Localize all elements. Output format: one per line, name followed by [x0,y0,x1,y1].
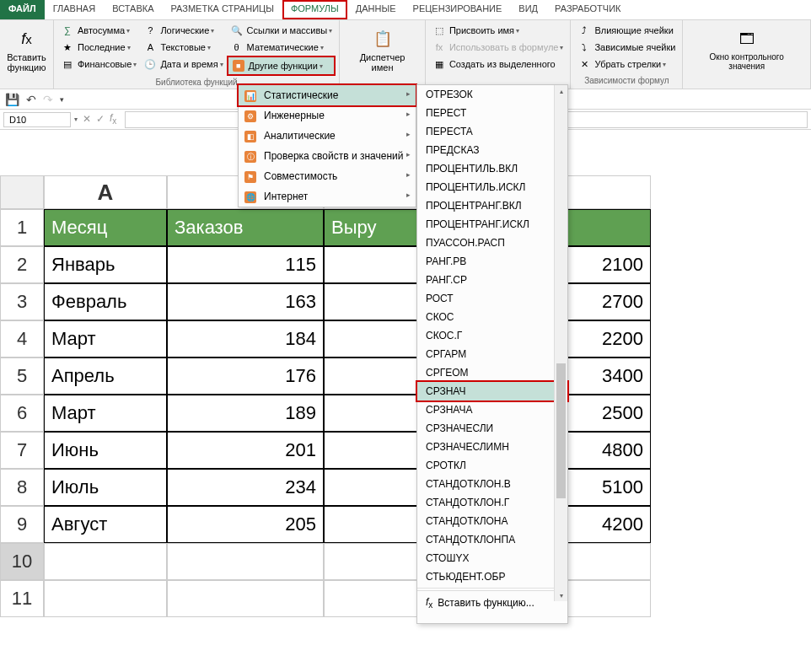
row-header[interactable]: 4 [0,320,44,358]
function-item[interactable]: СРОТКЛ [417,456,567,475]
row-header[interactable]: 7 [0,432,44,469]
trace-precedents-button[interactable]: ⤴Влияющие ячейки [574,22,679,39]
row-header[interactable]: 5 [0,358,44,395]
cell[interactable]: 234 [167,469,324,506]
function-item[interactable]: СТОШYX [417,549,567,567]
name-box[interactable]: D10 [3,112,71,127]
cell[interactable]: 184 [167,320,324,358]
function-item[interactable]: ПЕРЕСТ [417,104,567,122]
remove-arrows-button[interactable]: ✕Убрать стрелки▾ [574,56,679,73]
financial-button[interactable]: ▤Финансовые▾ [57,56,140,73]
row-header[interactable]: 11 [0,580,44,617]
menu-engineering[interactable]: ⚙ Инженерные ▸ [239,105,416,126]
cell[interactable]: Июнь [44,432,167,469]
function-item[interactable]: ОТРЕЗОК [417,85,567,104]
function-item[interactable]: РАНГ.РВ [417,252,567,271]
cell[interactable]: Заказов [167,209,324,246]
function-item[interactable]: ПРОЦЕНТРАНГ.ИСКЛ [417,215,567,234]
define-name-button[interactable]: ⬚Присвоить имя▾ [429,22,567,39]
function-item[interactable]: СКОС [417,308,567,326]
recent-button[interactable]: ★Последние▾ [57,39,140,56]
function-item[interactable]: СТЬЮДЕНТ.ОБР [417,567,567,586]
function-item[interactable]: СРЗНАЧЕСЛИМН [417,438,567,456]
cell[interactable]: Февраль [44,283,167,320]
tab-file[interactable]: ФАЙЛ [0,0,45,19]
scrollbar[interactable]: ▴ ▾ [554,85,567,601]
tab-developer[interactable]: РАЗРАБОТЧИК [546,0,629,19]
cell[interactable] [324,246,432,283]
function-item[interactable]: ПРОЦЕНТРАНГ.ВКЛ [417,196,567,215]
cell[interactable] [324,320,432,358]
cell[interactable]: Месяц [44,209,167,246]
math-button[interactable]: θМатематические▾ [227,39,336,56]
cell[interactable] [167,543,324,580]
cell[interactable] [324,432,432,469]
insert-function-button[interactable]: fx Вставить функцию [3,22,50,76]
function-item[interactable]: ПРОЦЕНТИЛЬ.ИСКЛ [417,178,567,196]
cell[interactable]: Август [44,506,167,543]
function-item[interactable]: СТАНДОТКЛОНА [417,512,567,530]
select-all-corner[interactable] [0,175,44,209]
watch-window-button[interactable]: 🗔 Окно контрольного значения [686,22,807,74]
qat-customize-icon[interactable]: ▾ [60,95,64,104]
tab-review[interactable]: РЕЦЕНЗИРОВАНИЕ [405,0,511,19]
tab-home[interactable]: ГЛАВНАЯ [45,0,104,19]
function-item[interactable]: ПЕРЕСТА [417,122,567,141]
trace-dependents-button[interactable]: ⤵Зависимые ячейки [574,39,679,56]
cell[interactable] [324,358,432,395]
function-item[interactable]: СРЗНАЧА [417,401,567,419]
save-icon[interactable]: 💾 [5,93,19,106]
function-item[interactable]: СКОС.Г [417,326,567,345]
cell[interactable] [324,469,432,506]
tab-formulas[interactable]: ФОРМУЛЫ [282,0,347,19]
cell[interactable] [44,580,167,617]
scroll-down-icon[interactable]: ▾ [555,589,567,601]
cell[interactable] [324,395,432,432]
cell[interactable]: Апрель [44,358,167,395]
cell[interactable]: 189 [167,395,324,432]
autosum-button[interactable]: ∑Автосумма▾ [57,22,140,39]
cell[interactable]: Март [44,320,167,358]
menu-compat[interactable]: ⚑ Совместимость ▸ [239,166,416,186]
function-item[interactable]: ПУАССОН.РАСП [417,234,567,252]
function-item[interactable]: СРГАРМ [417,345,567,363]
tab-view[interactable]: ВИД [510,0,546,19]
function-item[interactable]: СТАНДОТКЛОНПА [417,530,567,549]
text-button[interactable]: AТекстовые▾ [140,39,226,56]
undo-icon[interactable]: ↶ [26,93,36,106]
row-header[interactable]: 1 [0,209,44,246]
menu-analytical[interactable]: ◧ Аналитические ▸ [239,126,416,146]
scroll-up-icon[interactable]: ▴ [555,85,567,97]
row-header[interactable]: 9 [0,506,44,543]
cell[interactable]: 115 [167,246,324,283]
lookup-button[interactable]: 🔍Ссылки и массивы▾ [227,22,336,39]
scroll-thumb[interactable] [556,363,566,498]
cell[interactable] [324,506,432,543]
function-item[interactable]: ПРЕДСКАЗ [417,141,567,159]
cell[interactable] [324,283,432,320]
function-item[interactable]: ПРОЦЕНТИЛЬ.ВКЛ [417,159,567,178]
col-header-A[interactable]: A [44,175,167,209]
tab-insert[interactable]: ВСТАВКА [104,0,162,19]
cell[interactable]: Выру [324,209,432,246]
function-item[interactable]: СТАНДОТКЛОН.Г [417,493,567,512]
function-item[interactable]: РОСТ [417,289,567,308]
function-item[interactable]: СРЗНАЧЕСЛИ [417,419,567,438]
function-item[interactable]: СРЗНАЧ [417,382,567,401]
function-item[interactable]: СРГЕОМ [417,363,567,382]
cell[interactable]: 201 [167,432,324,469]
row-header[interactable]: 6 [0,395,44,432]
create-from-selection-button[interactable]: ▦Создать из выделенного [429,56,567,73]
cell[interactable]: Январь [44,246,167,283]
row-header[interactable]: 2 [0,246,44,283]
datetime-button[interactable]: 🕒Дата и время▾ [140,56,226,73]
confirm-icon[interactable]: ✓ [96,113,105,125]
cell[interactable]: 176 [167,358,324,395]
function-item[interactable]: РАНГ.СР [417,271,567,289]
tab-layout[interactable]: РАЗМЕТКА СТРАНИЦЫ [162,0,282,19]
function-item[interactable]: СТАНДОТКЛОН.В [417,475,567,493]
cell[interactable]: Март [44,395,167,432]
row-header[interactable]: 3 [0,283,44,320]
cell[interactable]: 163 [167,283,324,320]
tab-data[interactable]: ДАННЫЕ [347,0,405,19]
